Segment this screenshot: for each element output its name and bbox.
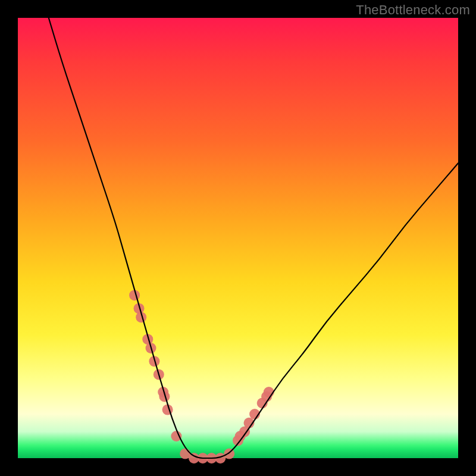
watermark-text: TheBottleneck.com <box>356 2 470 18</box>
marker-layer <box>129 290 274 464</box>
bottleneck-curve-path <box>49 18 458 458</box>
chart-svg <box>18 18 458 458</box>
chart-frame: TheBottleneck.com <box>0 0 476 476</box>
marker-dot <box>171 431 181 441</box>
plot-area <box>18 18 458 458</box>
